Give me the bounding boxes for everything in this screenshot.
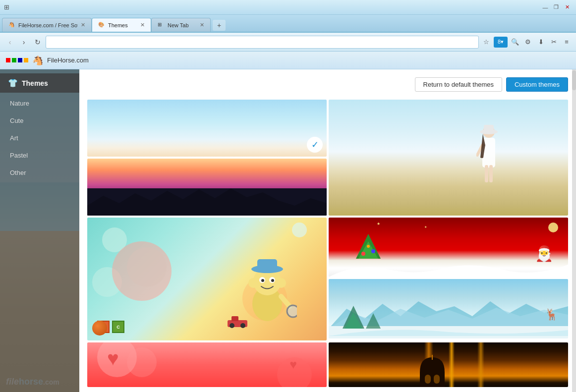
sidebar-section-themes[interactable]: 👕 Themes [0, 73, 79, 93]
svg-point-14 [261, 279, 264, 282]
scissors-icon[interactable]: ✂ [548, 37, 559, 48]
tab-newtab[interactable]: ⊞ New Tab ✕ [151, 18, 211, 32]
tab-filehorse-close[interactable]: ✕ [81, 22, 85, 28]
themes-row-3: ♥ ♥ [87, 342, 568, 387]
svg-point-16 [248, 278, 258, 288]
sidebar-nature-label: Nature [10, 100, 29, 107]
app-name-label: FileHorse.com [47, 56, 89, 64]
tab-filehorse-favicon: 🐴 [8, 22, 15, 29]
forward-button[interactable]: › [18, 36, 30, 48]
sidebar-other-label: Other [10, 169, 26, 176]
action-bar: Return to default themes Custom themes [87, 77, 568, 92]
sidebar-section-label: Themes [22, 79, 48, 87]
browser-frame: ⊞ — ❐ ✕ 🐴 FileHorse.com / Free Soft... ✕… [0, 0, 576, 392]
svg-rect-31 [425, 375, 431, 384]
sidebar-cute-label: Cute [10, 117, 23, 124]
minimize-icon[interactable]: — [540, 3, 550, 11]
main-content: filehorse.com 👕 Themes Nature Cute Art P… [0, 69, 576, 392]
svg-rect-7 [489, 165, 493, 182]
close-icon[interactable]: ✕ [562, 3, 572, 11]
svg-point-24 [367, 245, 370, 248]
windows-logo[interactable] [6, 58, 28, 62]
themes-right-stack: ★ ★ [329, 218, 568, 340]
svg-rect-32 [434, 375, 440, 384]
search-icon[interactable]: 🔍 [510, 37, 520, 48]
toolbar-right: ☆ 8▾ 🔍 ⚙ ⬇ ✂ ≡ [481, 37, 572, 48]
sidebar-item-art[interactable]: Art [0, 129, 79, 147]
tabs-bar: 🐴 FileHorse.com / Free Soft... ✕ 🎨 Theme… [0, 15, 576, 33]
svg-rect-3 [484, 125, 494, 132]
bookmark-icon[interactable]: ☆ [481, 37, 492, 48]
extensions-icon[interactable]: ⚙ [522, 37, 533, 48]
refresh-button[interactable]: ↻ [32, 36, 44, 48]
back-button[interactable]: ‹ [4, 36, 16, 48]
scrollbar-track[interactable] [572, 69, 576, 392]
title-bar-left: ⊞ [4, 3, 9, 11]
account-icon[interactable]: 8▾ [494, 37, 508, 48]
custom-themes-button[interactable]: Custom themes [506, 77, 568, 92]
sidebar-art-label: Art [10, 134, 18, 142]
tab-themes[interactable]: 🎨 Themes ✕ [92, 18, 151, 32]
sidebar-item-other[interactable]: Other [0, 164, 79, 181]
theme-item-christmas[interactable]: ★ ★ [329, 218, 568, 277]
sidebar-item-pastel[interactable]: Pastel [0, 147, 79, 164]
tab-newtab-label: New Tab [168, 22, 189, 28]
download-icon[interactable]: ⬇ [535, 37, 546, 48]
theme-check-icon: ✓ [307, 137, 323, 153]
theme-item-sky[interactable]: ✓ [87, 100, 327, 157]
svg-line-18 [281, 296, 289, 306]
return-default-button[interactable]: Return to default themes [415, 77, 502, 92]
new-tab-button[interactable]: + [213, 20, 226, 31]
svg-point-19 [287, 305, 297, 317]
svg-point-22 [361, 252, 365, 256]
scrollbar-thumb[interactable] [572, 70, 576, 90]
theme-item-pink[interactable]: ♥ ♥ [87, 342, 327, 387]
right-panel: Return to default themes Custom themes ✓ [79, 69, 576, 392]
app-logo-icon: 🐴 [32, 55, 43, 66]
themes-row-1: ✓ [87, 100, 568, 216]
themes-left-col: ✓ [87, 100, 327, 216]
svg-marker-0 [87, 188, 327, 216]
sidebar-item-cute[interactable]: Cute [0, 112, 79, 129]
sidebar: 👕 Themes Nature Cute Art Pastel Other [0, 69, 79, 392]
svg-rect-6 [485, 165, 488, 182]
theme-item-mountains[interactable] [87, 159, 327, 216]
theme-item-cartoon[interactable]: B C [87, 218, 327, 340]
svg-rect-11 [257, 259, 277, 270]
menu-icon[interactable]: ≡ [561, 37, 572, 48]
tab-themes-close[interactable]: ✕ [140, 22, 145, 28]
tab-newtab-close[interactable]: ✕ [200, 22, 204, 28]
svg-point-15 [271, 279, 274, 282]
svg-point-17 [276, 278, 286, 288]
tab-filehorse[interactable]: 🐴 FileHorse.com / Free Soft... ✕ [2, 18, 92, 32]
tab-themes-favicon: 🎨 [98, 22, 105, 29]
theme-item-winter[interactable]: 🦌 [329, 279, 568, 338]
window-controls: — ❐ ✕ [540, 3, 572, 11]
theme-item-beach[interactable] [329, 100, 568, 216]
themes-row-2: B C [87, 218, 568, 340]
svg-marker-29 [366, 313, 381, 329]
title-icon: ⊞ [4, 3, 9, 11]
sidebar-item-nature[interactable]: Nature [0, 95, 79, 112]
app-bar: 🐴 FileHorse.com [0, 52, 576, 69]
tab-themes-label: Themes [108, 22, 128, 28]
tab-filehorse-label: FileHorse.com / Free Soft... [18, 22, 78, 28]
title-bar: ⊞ — ❐ ✕ [0, 0, 576, 15]
tab-newtab-favicon: ⊞ [158, 22, 165, 29]
restore-icon[interactable]: ❐ [551, 3, 561, 11]
svg-point-23 [371, 249, 375, 253]
themes-right-col [329, 100, 568, 216]
sidebar-pastel-label: Pastel [10, 152, 28, 159]
shirt-icon: 👕 [8, 78, 18, 88]
address-bar[interactable] [46, 36, 479, 49]
toolbar: ‹ › ↻ ☆ 8▾ 🔍 ⚙ ⬇ ✂ ≡ [0, 33, 576, 52]
theme-item-golden[interactable] [329, 342, 568, 387]
